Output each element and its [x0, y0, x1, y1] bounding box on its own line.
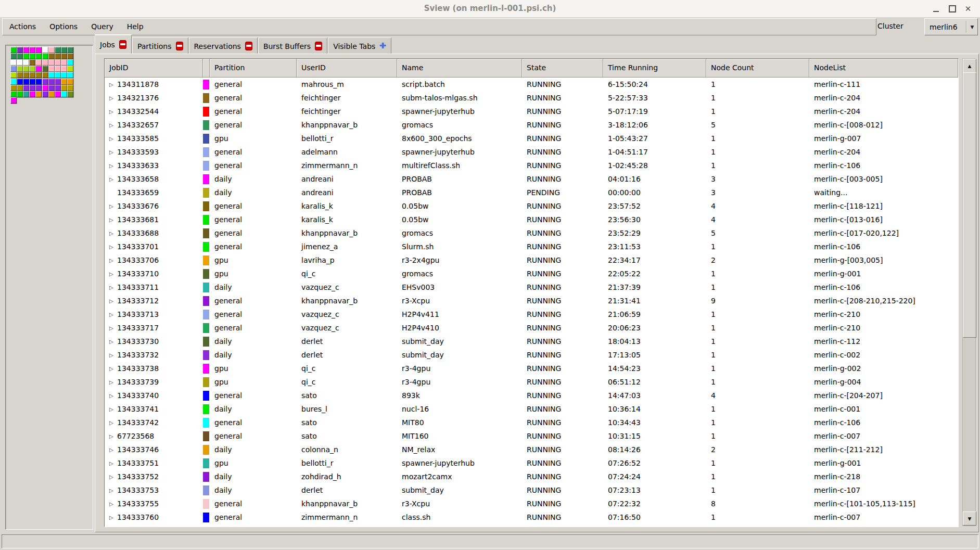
column-header-color[interactable] — [203, 59, 210, 78]
node-square[interactable] — [67, 53, 73, 59]
column-header-jobid[interactable]: JobID — [105, 59, 203, 78]
expander-icon[interactable]: ▷ — [109, 461, 117, 466]
node-square[interactable] — [10, 47, 17, 53]
node-square[interactable] — [55, 85, 61, 91]
close-tab-icon[interactable] — [245, 42, 252, 50]
node-square[interactable] — [35, 47, 42, 53]
node-square[interactable] — [48, 79, 55, 85]
node-square[interactable] — [67, 66, 73, 72]
job-row[interactable]: ▷134333753dailyderletsubmit_dayRUNNING07… — [105, 483, 958, 497]
job-row[interactable]: ▷134333706gpulavriha_pr3-2x4gpuRUNNING22… — [105, 253, 958, 267]
expander-icon[interactable]: ▷ — [109, 312, 117, 317]
node-square[interactable] — [42, 53, 48, 59]
scroll-down-button[interactable]: ▼ — [963, 511, 976, 526]
node-square[interactable] — [67, 47, 73, 53]
node-square[interactable] — [67, 59, 73, 66]
column-header-nodelist[interactable]: NodeList — [809, 59, 958, 78]
node-square[interactable] — [23, 72, 29, 78]
job-row[interactable]: ▷134333585gpubellotti_r8x600_300_epochsR… — [105, 132, 958, 145]
expander-icon[interactable]: ▷ — [109, 136, 117, 142]
expander-icon[interactable]: ▷ — [109, 447, 117, 453]
node-square[interactable] — [42, 66, 48, 72]
node-square[interactable] — [35, 72, 42, 78]
node-square[interactable] — [61, 59, 67, 66]
expander-icon[interactable]: ▷ — [109, 420, 117, 426]
scroll-up-button[interactable]: ▲ — [963, 59, 976, 73]
node-square[interactable] — [17, 53, 23, 59]
node-square[interactable] — [23, 53, 29, 59]
expander-icon[interactable]: ▷ — [109, 149, 117, 155]
job-row[interactable]: ▷134333676generalkaralis_k0.05bwRUNNING2… — [105, 199, 958, 213]
node-square[interactable] — [17, 85, 23, 91]
expander-icon[interactable]: ▷ — [109, 501, 117, 507]
job-row[interactable]: ▷134333688generalkhanppnavar_bgromacsRUN… — [105, 226, 958, 240]
node-square[interactable] — [55, 59, 61, 66]
expander-icon[interactable]: ▷ — [109, 271, 117, 277]
node-square[interactable] — [35, 91, 42, 97]
node-square[interactable] — [48, 85, 55, 91]
node-square[interactable] — [10, 53, 17, 59]
add-tab-icon[interactable]: ✚ — [379, 42, 386, 50]
node-square[interactable] — [55, 91, 61, 97]
menu-item-query[interactable]: Query — [84, 19, 120, 34]
node-square[interactable] — [17, 47, 23, 53]
menu-item-help[interactable]: Help — [120, 19, 150, 34]
node-square[interactable] — [61, 72, 67, 78]
node-square[interactable] — [35, 66, 42, 72]
job-row[interactable]: ▷134333730dailyderletsubmit_dayRUNNING18… — [105, 335, 958, 348]
node-square[interactable] — [48, 72, 55, 78]
expander-icon[interactable]: ▷ — [109, 379, 117, 385]
job-row[interactable]: ▷134333658dailyandreaniPROBABRUNNING04:0… — [105, 172, 958, 186]
node-square[interactable] — [35, 85, 42, 91]
expander-icon[interactable]: ▷ — [109, 488, 117, 493]
tab-partitions[interactable]: Partitions — [132, 37, 188, 54]
expander-icon[interactable]: ▷ — [109, 515, 117, 520]
expander-icon[interactable]: ▷ — [109, 325, 117, 331]
tab-jobs[interactable]: Jobs — [95, 35, 132, 54]
node-square[interactable] — [67, 72, 73, 78]
node-square[interactable] — [23, 79, 29, 85]
expander-icon[interactable]: ▷ — [109, 231, 117, 236]
node-square[interactable] — [42, 85, 48, 91]
node-square[interactable] — [10, 91, 17, 97]
tab-burst-buffers[interactable]: Burst Buffers — [258, 37, 327, 54]
node-square[interactable] — [10, 66, 17, 72]
node-square[interactable] — [23, 66, 29, 72]
node-square[interactable] — [10, 59, 17, 66]
node-square[interactable] — [29, 85, 35, 91]
node-square[interactable] — [42, 91, 48, 97]
node-square[interactable] — [35, 59, 42, 66]
expander-icon[interactable]: ▷ — [109, 366, 117, 372]
expander-icon[interactable]: ▷ — [109, 339, 117, 344]
close-tab-icon[interactable] — [176, 42, 183, 50]
vertical-scrollbar[interactable]: ▲ ▼ — [962, 58, 976, 526]
expander-icon[interactable]: ▷ — [109, 176, 117, 182]
node-square[interactable] — [17, 91, 23, 97]
close-tab-icon[interactable] — [119, 40, 126, 49]
job-row[interactable]: ▷134333681generalkaralis_k0.05bwRUNNING2… — [105, 213, 958, 226]
menu-item-options[interactable]: Options — [43, 19, 84, 34]
node-square[interactable] — [42, 47, 48, 53]
expander-icon[interactable]: ▷ — [109, 285, 117, 290]
tab-visible-tabs[interactable]: Visible Tabs✚ — [328, 37, 391, 54]
node-square[interactable] — [29, 66, 35, 72]
node-square[interactable] — [42, 79, 48, 85]
job-row[interactable]: ▷134333717generalvazquez_cH2P4v410RUNNIN… — [105, 321, 958, 335]
node-square[interactable] — [61, 66, 67, 72]
job-row[interactable]: ▷134333713generalvazquez_cH2P4v411RUNNIN… — [105, 308, 958, 321]
node-square[interactable] — [10, 72, 17, 78]
node-square[interactable] — [29, 72, 35, 78]
node-square[interactable] — [35, 53, 42, 59]
expander-icon[interactable]: ▷ — [109, 95, 117, 101]
job-row[interactable]: ▷134333738gpuqi_cr3-4gpuRUNNING14:54:231… — [105, 362, 958, 375]
node-square[interactable] — [61, 47, 67, 53]
job-row[interactable]: ▷134332544generalfeichtingerspawner-jupy… — [105, 105, 958, 118]
node-square[interactable] — [48, 47, 55, 53]
close-button[interactable]: ✕ — [962, 3, 974, 15]
node-square[interactable] — [29, 91, 35, 97]
tab-reservations[interactable]: Reservations — [189, 37, 258, 54]
node-square[interactable] — [10, 97, 17, 104]
column-header-userid[interactable]: UserID — [297, 59, 397, 78]
expander-icon[interactable]: ▷ — [109, 352, 117, 358]
column-header-name[interactable]: Name — [397, 59, 522, 78]
